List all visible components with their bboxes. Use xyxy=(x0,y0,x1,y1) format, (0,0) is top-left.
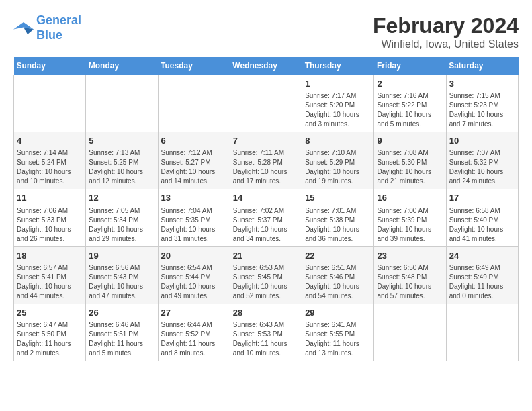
day-number: 28 xyxy=(233,307,299,319)
calendar-day: 14Sunrise: 7:02 AM Sunset: 5:37 PM Dayli… xyxy=(230,189,302,246)
day-info: Sunrise: 6:54 AM Sunset: 5:44 PM Dayligh… xyxy=(161,263,227,301)
day-number: 13 xyxy=(161,192,227,204)
day-number: 7 xyxy=(233,135,299,147)
day-info: Sunrise: 6:56 AM Sunset: 5:43 PM Dayligh… xyxy=(89,263,154,301)
day-info: Sunrise: 7:16 AM Sunset: 5:22 PM Dayligh… xyxy=(377,91,443,129)
day-number: 3 xyxy=(449,78,515,90)
calendar-day xyxy=(446,304,518,361)
calendar-week-4: 18Sunrise: 6:57 AM Sunset: 5:41 PM Dayli… xyxy=(14,246,519,304)
day-number: 6 xyxy=(161,135,227,147)
calendar-day: 3Sunrise: 7:15 AM Sunset: 5:23 PM Daylig… xyxy=(446,75,518,132)
day-number: 2 xyxy=(377,78,443,90)
calendar-day: 19Sunrise: 6:56 AM Sunset: 5:43 PM Dayli… xyxy=(86,246,158,304)
calendar-day: 11Sunrise: 7:06 AM Sunset: 5:33 PM Dayli… xyxy=(14,189,86,246)
calendar-table: SundayMondayTuesdayWednesdayThursdayFrid… xyxy=(13,57,519,361)
day-number: 17 xyxy=(449,192,515,204)
day-info: Sunrise: 6:53 AM Sunset: 5:45 PM Dayligh… xyxy=(233,263,299,301)
day-number: 23 xyxy=(377,250,443,262)
calendar-week-3: 11Sunrise: 7:06 AM Sunset: 5:33 PM Dayli… xyxy=(14,189,519,246)
calendar-week-2: 4Sunrise: 7:14 AM Sunset: 5:24 PM Daylig… xyxy=(14,132,519,189)
calendar-day xyxy=(14,75,86,132)
day-number: 24 xyxy=(449,250,515,262)
calendar-day xyxy=(158,75,230,132)
calendar-day: 13Sunrise: 7:04 AM Sunset: 5:35 PM Dayli… xyxy=(158,189,230,246)
calendar-day: 23Sunrise: 6:50 AM Sunset: 5:48 PM Dayli… xyxy=(374,246,446,304)
calendar-day: 17Sunrise: 6:58 AM Sunset: 5:40 PM Dayli… xyxy=(446,189,518,246)
day-number: 18 xyxy=(17,250,83,262)
logo-general: General xyxy=(36,13,81,27)
day-number: 16 xyxy=(377,192,443,204)
day-number: 4 xyxy=(17,135,83,147)
day-info: Sunrise: 6:41 AM Sunset: 5:55 PM Dayligh… xyxy=(305,320,371,358)
day-info: Sunrise: 6:46 AM Sunset: 5:51 PM Dayligh… xyxy=(89,320,154,358)
day-number: 8 xyxy=(305,135,371,147)
calendar-header: SundayMondayTuesdayWednesdayThursdayFrid… xyxy=(14,57,519,75)
calendar-day: 6Sunrise: 7:12 AM Sunset: 5:27 PM Daylig… xyxy=(158,132,230,189)
day-number: 25 xyxy=(17,307,83,319)
day-number: 15 xyxy=(305,192,371,204)
calendar-day: 4Sunrise: 7:14 AM Sunset: 5:24 PM Daylig… xyxy=(14,132,86,189)
calendar-day: 28Sunrise: 6:43 AM Sunset: 5:53 PM Dayli… xyxy=(230,304,302,361)
header: General Blue February 2024 Winfield, Iow… xyxy=(13,13,519,50)
day-info: Sunrise: 7:05 AM Sunset: 5:34 PM Dayligh… xyxy=(89,206,154,244)
day-info: Sunrise: 6:47 AM Sunset: 5:50 PM Dayligh… xyxy=(17,320,83,358)
calendar-day: 24Sunrise: 6:49 AM Sunset: 5:49 PM Dayli… xyxy=(446,246,518,304)
calendar-day: 20Sunrise: 6:54 AM Sunset: 5:44 PM Dayli… xyxy=(158,246,230,304)
day-number: 21 xyxy=(233,250,299,262)
day-info: Sunrise: 6:43 AM Sunset: 5:53 PM Dayligh… xyxy=(233,320,299,358)
day-number: 20 xyxy=(161,250,227,262)
calendar-day: 15Sunrise: 7:01 AM Sunset: 5:38 PM Dayli… xyxy=(302,189,374,246)
logo-blue: Blue xyxy=(36,28,81,43)
calendar-day xyxy=(374,304,446,361)
calendar-day: 5Sunrise: 7:13 AM Sunset: 5:25 PM Daylig… xyxy=(86,132,158,189)
calendar-day xyxy=(230,75,302,132)
day-number: 22 xyxy=(305,250,371,262)
day-info: Sunrise: 6:49 AM Sunset: 5:49 PM Dayligh… xyxy=(449,263,515,301)
calendar-week-5: 25Sunrise: 6:47 AM Sunset: 5:50 PM Dayli… xyxy=(14,304,519,361)
day-info: Sunrise: 7:04 AM Sunset: 5:35 PM Dayligh… xyxy=(161,206,227,244)
calendar-day: 1Sunrise: 7:17 AM Sunset: 5:20 PM Daylig… xyxy=(302,75,374,132)
calendar-day: 22Sunrise: 6:51 AM Sunset: 5:46 PM Dayli… xyxy=(302,246,374,304)
day-number: 14 xyxy=(233,192,299,204)
calendar-week-1: 1Sunrise: 7:17 AM Sunset: 5:20 PM Daylig… xyxy=(14,75,519,132)
day-info: Sunrise: 7:12 AM Sunset: 5:27 PM Dayligh… xyxy=(161,148,227,186)
calendar-day: 2Sunrise: 7:16 AM Sunset: 5:22 PM Daylig… xyxy=(374,75,446,132)
weekday-header-wednesday: Wednesday xyxy=(230,57,302,75)
calendar-body: 1Sunrise: 7:17 AM Sunset: 5:20 PM Daylig… xyxy=(14,75,519,361)
calendar-day: 7Sunrise: 7:11 AM Sunset: 5:28 PM Daylig… xyxy=(230,132,302,189)
calendar-day: 25Sunrise: 6:47 AM Sunset: 5:50 PM Dayli… xyxy=(14,304,86,361)
day-info: Sunrise: 7:15 AM Sunset: 5:23 PM Dayligh… xyxy=(449,91,515,129)
day-number: 1 xyxy=(305,78,371,90)
weekday-header-sunday: Sunday xyxy=(14,57,86,75)
logo: General Blue xyxy=(13,13,81,42)
day-info: Sunrise: 6:51 AM Sunset: 5:46 PM Dayligh… xyxy=(305,263,371,301)
day-info: Sunrise: 7:06 AM Sunset: 5:33 PM Dayligh… xyxy=(17,206,83,244)
calendar-day: 27Sunrise: 6:44 AM Sunset: 5:52 PM Dayli… xyxy=(158,304,230,361)
day-info: Sunrise: 7:10 AM Sunset: 5:29 PM Dayligh… xyxy=(305,148,371,186)
calendar-day: 10Sunrise: 7:07 AM Sunset: 5:32 PM Dayli… xyxy=(446,132,518,189)
day-info: Sunrise: 6:50 AM Sunset: 5:48 PM Dayligh… xyxy=(377,263,443,301)
day-number: 27 xyxy=(161,307,227,319)
calendar-day: 18Sunrise: 6:57 AM Sunset: 5:41 PM Dayli… xyxy=(14,246,86,304)
day-number: 12 xyxy=(89,192,154,204)
day-info: Sunrise: 7:02 AM Sunset: 5:37 PM Dayligh… xyxy=(233,206,299,244)
subtitle: Winfield, Iowa, United States xyxy=(373,38,519,50)
calendar-day: 26Sunrise: 6:46 AM Sunset: 5:51 PM Dayli… xyxy=(86,304,158,361)
day-info: Sunrise: 7:13 AM Sunset: 5:25 PM Dayligh… xyxy=(89,148,154,186)
weekday-header-monday: Monday xyxy=(86,57,158,75)
weekday-header-thursday: Thursday xyxy=(302,57,374,75)
calendar-day xyxy=(86,75,158,132)
day-info: Sunrise: 7:17 AM Sunset: 5:20 PM Dayligh… xyxy=(305,91,371,129)
day-info: Sunrise: 7:11 AM Sunset: 5:28 PM Dayligh… xyxy=(233,148,299,186)
calendar-day: 8Sunrise: 7:10 AM Sunset: 5:29 PM Daylig… xyxy=(302,132,374,189)
calendar-day: 12Sunrise: 7:05 AM Sunset: 5:34 PM Dayli… xyxy=(86,189,158,246)
svg-marker-0 xyxy=(13,22,34,30)
day-number: 5 xyxy=(89,135,154,147)
day-info: Sunrise: 7:01 AM Sunset: 5:38 PM Dayligh… xyxy=(305,206,371,244)
title-section: February 2024 Winfield, Iowa, United Sta… xyxy=(373,13,519,50)
day-number: 9 xyxy=(377,135,443,147)
calendar-day: 21Sunrise: 6:53 AM Sunset: 5:45 PM Dayli… xyxy=(230,246,302,304)
day-info: Sunrise: 6:57 AM Sunset: 5:41 PM Dayligh… xyxy=(17,263,83,301)
day-number: 11 xyxy=(17,192,83,204)
calendar-day: 29Sunrise: 6:41 AM Sunset: 5:55 PM Dayli… xyxy=(302,304,374,361)
